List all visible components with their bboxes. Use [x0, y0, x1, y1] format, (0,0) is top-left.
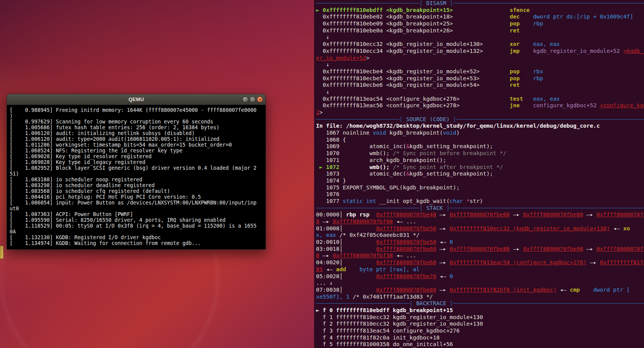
source-row: 1071 arch_kgdb_breakpoint(); — [316, 157, 644, 164]
stack-divider: ───────────────────────────────[ STACK ]… — [316, 205, 644, 212]
disasm-row: 0xffffffff810ecbe5 <kgdb_register_io_mod… — [316, 75, 644, 82]
disasm-row: 0xffffffff813eac56 <configure_kgdboc+278… — [316, 102, 644, 109]
disasm-row: ↓ — [316, 89, 644, 96]
source-row: 1069 atomic_inc(&kgdb_setting_breakpoint… — [316, 143, 644, 150]
source-row: 1074 } — [316, 177, 644, 184]
disasm-row: 2> — [316, 109, 644, 116]
source-row: ► 1072 wmb(); /* Sync point after breakp… — [316, 164, 644, 171]
source-row: In file: /home/wogh8732/Desktop/kernel_s… — [316, 123, 644, 130]
section-disasm: ───────────────────────────────[ DISASM … — [316, 0, 644, 116]
disasm-row: 0xffffffff810ecc32 <kgdb_register_io_mod… — [316, 41, 644, 48]
disasm-row: 0xffffffff810ecc34 <kgdb_register_io_mod… — [316, 48, 644, 55]
disasm-row: 0xffffffff810ebe09 <kgdb_breakpoint+25> … — [316, 20, 644, 27]
launcher-icon-sliver[interactable] — [0, 246, 3, 259]
backtrace-row: ► f 0 ffffffff810ebdff kgdb_breakpoint+1… — [316, 307, 644, 314]
source-row: 1070 wmb(); /* Sync point before breakpo… — [316, 150, 644, 157]
backtrace-row: f 1 ffffffff810ecc32 kgdb_register_io_mo… — [316, 314, 644, 321]
disasm-row: 0xffffffff810ebe02 <kgdb_breakpoint+18> … — [316, 14, 644, 20]
window-title: QEMU — [128, 96, 144, 102]
disasm-row: ↓ — [316, 34, 644, 41]
source-divider: ─────────────────────────[ SOURCE (CODE)… — [316, 116, 644, 123]
disasm-row: 0xffffffff810ebe0a <kgdb_breakpoint+26> … — [316, 27, 644, 34]
stack-row: 02:0010│ 0xffff8800070fbe58 ◂— 0 — [316, 239, 644, 246]
source-row: 1067 noinline void kgdb_breakpoint(void) — [316, 130, 644, 137]
backtrace-row: f 2 ffffffff810ecc32 kgdb_register_io_mo… — [316, 321, 644, 328]
disasm-row: ► 0xffffffff810ebdff <kgdb_breakpoint+15… — [316, 7, 644, 14]
stack-row: 05:0028│ 0xffff8800070fbe70 ◂— 0 — [316, 273, 644, 280]
backtrace-row: f 4 ffffffff81f82c0a init_kgdboc+18 — [316, 334, 644, 341]
section-backtrace: ────────────────────────────[ BACKTRACE … — [316, 300, 644, 348]
backtrace-row: f 3 ffffffff813eac54 configure_kgdboc+27… — [316, 328, 644, 334]
disasm-row: 0xffffffff813eac54 <configure_kgdboc+276… — [316, 96, 644, 103]
qemu-titlebar[interactable]: QEMU – □ ✕ — [7, 94, 266, 105]
window-controls: – □ ✕ — [242, 96, 263, 102]
qemu-serial-console[interactable]: [ 0.988945] Freeing initrd memory: 1644K… — [7, 105, 266, 249]
disasm-divider: ───────────────────────────────[ DISASM … — [316, 0, 644, 7]
desktop-wallpaper: QEMU – □ ✕ [ 0.988945] Freeing initrd me… — [0, 0, 644, 348]
stack-row: 07:0038│ 0xffff8800070fbe80 —▸ 0xfffffff… — [316, 287, 644, 294]
minimize-button[interactable]: – — [242, 96, 248, 102]
backtrace-divider: ────────────────────────────[ BACKTRACE … — [316, 300, 644, 307]
section-source: ─────────────────────────[ SOURCE (CODE)… — [316, 116, 644, 205]
disasm-row: ↓ — [316, 61, 644, 68]
disasm-row: 0xffffffff810ecbe6 <kgdb_register_io_mod… — [316, 82, 644, 89]
stack-row: ... ↓ — [316, 280, 644, 287]
source-row: 1068 { — [316, 137, 644, 144]
stack-row: 00:0000│ rbp rsp 0xffff8800070fbe48 —▸ 0… — [316, 211, 644, 218]
disasm-row: er_io_module+52> — [316, 55, 644, 62]
stack-row: xe550f], 1 /* 0x7401fff1aaf13d83 */ — [316, 294, 644, 301]
stack-row: 01:0008│ 0xffff8800070fbe50 —▸ 0xfffffff… — [316, 225, 644, 232]
source-row: 1073 atomic_dec(&kgdb_setting_breakpoint… — [316, 171, 644, 177]
stack-row: 04:0020│ 0xffff8800070fbe68 —▸ 0xfffffff… — [316, 259, 644, 266]
qemu-window[interactable]: QEMU – □ ✕ [ 0.988945] Freeing initrd me… — [7, 94, 266, 250]
stack-row: x, eax /* 0xf42f05c6aeebc031 */ — [316, 232, 644, 239]
disasm-row: 0xffffffff810ecbe4 <kgdb_register_io_mod… — [316, 68, 644, 75]
source-row: 1076 — [316, 191, 644, 198]
backtrace-row: f 5 ffffffff81000358 do_one_initcall+56 — [316, 341, 644, 348]
source-row: 1075 EXPORT_SYMBOL_GPL(kgdb_breakpoint); — [316, 184, 644, 191]
source-row: 1077 static int __init opt_kgdb_wait(cha… — [316, 198, 644, 205]
maximize-button[interactable]: □ — [250, 96, 256, 102]
close-button[interactable]: ✕ — [257, 96, 263, 102]
stack-row: 85 ◂— add byte ptr [rax], al — [316, 266, 644, 273]
stack-row: 8 —▸ 0xffff8800070fbf08 ◂— ... — [316, 218, 644, 225]
stack-row: 8 —▸ 0xffff8800070fbf38 ◂— ... — [316, 252, 644, 259]
section-stack: ───────────────────────────────[ STACK ]… — [316, 205, 644, 301]
stack-row: 03:0018│ 0xffff8800070fbe60 —▸ 0xffff880… — [316, 246, 644, 253]
gdb-debugger-terminal[interactable]: ───────────────────────────────[ DISASM … — [314, 0, 644, 348]
